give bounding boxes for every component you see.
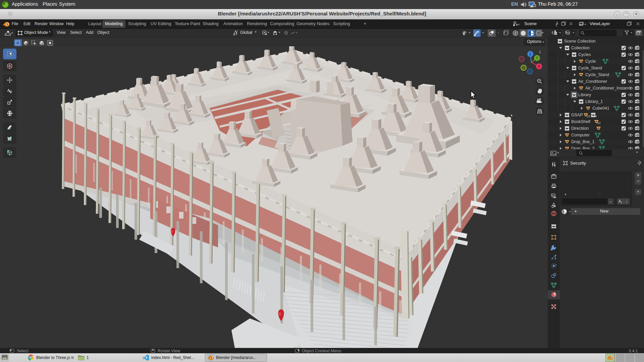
svg-text:Computer: Computer [571,133,590,137]
svg-text:Cycles: Cycles [578,52,591,57]
svg-text:4: 4 [595,115,597,118]
svg-text:Y: Y [536,56,538,60]
svg-text:Cycle: Cycle [585,59,596,64]
svg-text:Air_Conditioner: Air_Conditioner [578,79,607,84]
svg-text:Drop_Box_2: Drop_Box_2 [571,146,595,149]
svg-text:GSAP: GSAP [571,113,583,117]
svg-text:Z: Z [529,52,531,56]
svg-text:Cycle_Stand: Cycle_Stand [578,66,602,70]
svg-text:18: 18 [587,115,590,118]
svg-text:Directiion: Directiion [571,126,589,131]
svg-text:62: 62 [597,121,601,125]
svg-text:Library: Library [578,93,591,97]
svg-text:X: X [538,65,540,68]
svg-text:Scene Collection: Scene Collection [564,39,596,44]
svg-text:Air_Conditioner_Instan: Air_Conditioner_Instan [585,86,628,90]
svg-text:Drop_Box_1: Drop_Box_1 [571,139,595,144]
svg-text:Library_1: Library_1 [585,99,603,104]
svg-text:Cycle_Stand: Cycle_Stand [585,72,609,77]
svg-text:Collection: Collection [571,46,590,50]
svg-text:Cube041: Cube041 [592,106,609,111]
svg-text:BookShelf: BookShelf [571,119,591,124]
